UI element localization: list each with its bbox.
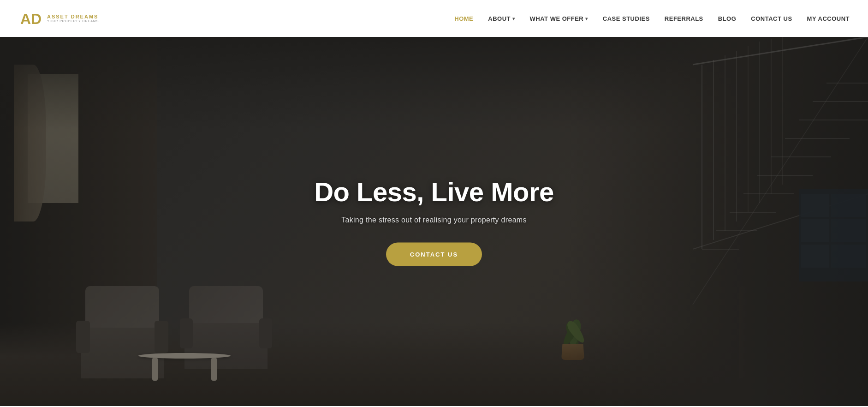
- nav-link-referrals[interactable]: REFERRALS: [665, 15, 703, 22]
- hero-cta-button[interactable]: CONTACT US: [386, 242, 482, 266]
- nav-link-blog[interactable]: BLOG: [718, 15, 737, 22]
- nav-item-blog[interactable]: BLOG: [718, 14, 737, 23]
- hero-section: Do Less, Live More Taking the stress out…: [0, 37, 868, 406]
- navbar: AD ASSET DREAMS YOUR PROPERTY DREAMS HOM…: [0, 0, 868, 37]
- svg-text:AD: AD: [20, 11, 42, 27]
- what-we-offer-dropdown-arrow: ▾: [585, 16, 588, 21]
- hero-headline: Do Less, Live More: [273, 177, 595, 207]
- nav-link-my-account[interactable]: MY ACCOUNT: [807, 15, 850, 22]
- nav-item-about[interactable]: ABOUT ▾: [488, 15, 515, 22]
- nav-link-about[interactable]: ABOUT ▾: [488, 15, 515, 22]
- brand-tagline: YOUR PROPERTY DREAMS: [47, 19, 99, 23]
- nav-item-what-we-offer[interactable]: WHAT WE OFFER ▾: [530, 15, 588, 22]
- nav-link-contact-us[interactable]: CONTACT US: [751, 15, 792, 22]
- hero-content: Do Less, Live More Taking the stress out…: [273, 177, 595, 266]
- nav-link-what-we-offer[interactable]: WHAT WE OFFER ▾: [530, 15, 588, 22]
- nav-item-case-studies[interactable]: CASE STUDIES: [603, 14, 650, 23]
- hero-subheadline: Taking the stress out of realising your …: [273, 215, 595, 224]
- nav-link-home[interactable]: HOME: [454, 15, 473, 22]
- nav-item-home[interactable]: HOME: [454, 14, 473, 23]
- nav-item-referrals[interactable]: REFERRALS: [665, 14, 703, 23]
- logo-icon: AD: [18, 6, 42, 30]
- nav-links: HOME ABOUT ▾ WHAT WE OFFER ▾ CASE STUDIE…: [454, 14, 850, 23]
- nav-item-my-account[interactable]: MY ACCOUNT: [807, 14, 850, 23]
- logo[interactable]: AD ASSET DREAMS YOUR PROPERTY DREAMS: [18, 6, 99, 30]
- logo-text: ASSET DREAMS YOUR PROPERTY DREAMS: [47, 14, 99, 23]
- brand-name: ASSET DREAMS: [47, 14, 99, 19]
- nav-link-case-studies[interactable]: CASE STUDIES: [603, 15, 650, 22]
- about-dropdown-arrow: ▾: [512, 16, 515, 21]
- nav-item-contact-us[interactable]: CONTACT US: [751, 14, 792, 23]
